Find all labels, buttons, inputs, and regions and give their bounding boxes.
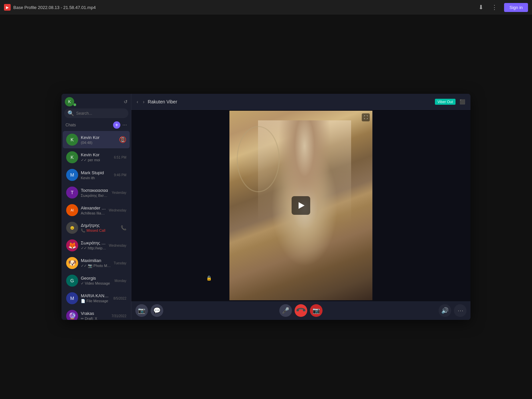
- chat-time: Monday: [114, 279, 126, 283]
- avatar[interactable]: K: [65, 97, 74, 106]
- avatar: 😐: [66, 222, 78, 234]
- menu-button[interactable]: ⋮: [490, 2, 499, 12]
- lock-icon: 🔒: [206, 275, 212, 281]
- chat-time: 9:46 PM: [114, 173, 126, 177]
- chat-name: Georgis: [81, 276, 112, 281]
- top-bar: ▶ Base Profile 2022.08.13 - 21.58.47.01.…: [0, 0, 532, 15]
- list-item[interactable]: 🐶 Maximilian ✓✓ 📷 Photo Message Tuesday: [63, 254, 130, 272]
- chat-preview: Achilleas Iliadis: vm.tiktok.com: [81, 211, 106, 215]
- profile-area: K: [65, 97, 76, 106]
- chat-name: Maximilian: [81, 258, 111, 263]
- chat-info: Τοστακιαασαα Σωκράτης Βισβάρδης: 🖼 Stick…: [81, 188, 109, 198]
- app-icon: ▶: [4, 4, 11, 11]
- list-item[interactable]: M Mark Stupid Kevin ith 9:46 PM: [63, 166, 130, 184]
- sidebar: K ↺ 🔍 Chats + ⋯ K: [62, 94, 131, 320]
- chats-label: Chats + ⋯: [62, 121, 131, 131]
- new-chat-button[interactable]: +: [113, 121, 120, 129]
- chat-meta: Wednesday: [109, 244, 126, 247]
- header-right: Viber Out ⬛: [435, 98, 466, 105]
- list-item[interactable]: K Kevin Kor (04:48) 📵: [63, 131, 130, 148]
- play-triangle-icon: [299, 202, 305, 209]
- back-button[interactable]: ‹: [135, 98, 140, 105]
- list-item[interactable]: 🦊 Σωκράτης Βισβάρ... ✓✓ http://wipet.mal…: [63, 237, 130, 254]
- end-call-icon[interactable]: 📵: [119, 136, 126, 143]
- chat-meta: 9:46 PM: [114, 173, 126, 177]
- chat-name: Σωκράτης Βισβάρ...: [81, 240, 106, 245]
- chat-meta: 7/31/2022: [112, 314, 127, 318]
- avatar: M: [66, 292, 78, 304]
- list-item[interactable]: G Georgis ✓ Video Message Monday: [63, 272, 130, 289]
- list-item[interactable]: 😐 Δημήτρης 📞 Missed Call 📞: [63, 219, 130, 236]
- avatar: K: [66, 134, 78, 146]
- chat-name: Kevin Kor: [81, 135, 116, 140]
- list-item[interactable]: Τ Τοστακιαασαα Σωκράτης Βισβάρδης: 🖼 Sti…: [63, 184, 130, 201]
- main-content: K ↺ 🔍 Chats + ⋯ K: [0, 15, 532, 399]
- chat-preview: Σωκράτης Βισβάρδης: 🖼 Sticker Message: [81, 194, 109, 198]
- chat-meta: 6:51 PM: [114, 156, 126, 159]
- chat-info: Alexander in the town Achilleas Iliadis:…: [81, 205, 106, 215]
- download-button[interactable]: ⬇: [477, 2, 485, 12]
- phone-icon: 📞: [121, 225, 126, 230]
- list-item[interactable]: M MARIA KANTARTZI 📄 File Message 8/5/202…: [63, 290, 130, 307]
- avatar: K: [66, 151, 78, 163]
- chat-info: Kevin Kor ✓✓ per moi: [81, 152, 111, 162]
- chat-name: Vrakas: [81, 311, 109, 316]
- chat-time: 8/5/2022: [113, 297, 126, 300]
- avatar: 🦊: [66, 239, 78, 251]
- viber-out-badge: Viber Out: [435, 99, 456, 105]
- ctrl-right: 🔊 ⋯: [439, 304, 466, 317]
- chat-preview: ✏ Draft: X: [81, 317, 109, 320]
- chat-area: ‹ › Rakuten Viber Viber Out ⬛: [131, 94, 470, 320]
- video-button[interactable]: 📷: [310, 304, 323, 317]
- list-item[interactable]: Al Alexander in the town Achilleas Iliad…: [63, 201, 130, 219]
- chat-time: 6:51 PM: [114, 156, 126, 159]
- refresh-button[interactable]: ↺: [124, 99, 128, 104]
- chat-header: ‹ › Rakuten Viber Viber Out ⬛: [131, 94, 470, 110]
- call-controls: 📷 💬 🎤 📞 📷 🔊 ⋯: [131, 301, 470, 320]
- chat-name: Alexander in the town: [81, 205, 106, 210]
- hangup-button[interactable]: 📞: [292, 302, 310, 320]
- expand-button[interactable]: ⛶: [362, 113, 370, 121]
- chat-info: Mark Stupid Kevin ith: [81, 170, 111, 180]
- avatar: Al: [66, 204, 78, 216]
- more-button[interactable]: ⋯: [454, 304, 466, 317]
- chat-time: Yesterday: [112, 191, 126, 195]
- speaker-button[interactable]: 🔊: [439, 304, 451, 317]
- header-title: Rakuten Viber: [148, 99, 177, 104]
- avatar: 🐶: [66, 257, 78, 269]
- list-item[interactable]: 🔮 Vrakas ✏ Draft: X 7/31/2022: [63, 307, 130, 320]
- chat-meta: Monday: [114, 279, 126, 283]
- chat-preview: ✓✓ 📷 Photo Message: [81, 264, 111, 268]
- more-options-icon[interactable]: ⋯: [122, 122, 127, 128]
- sign-in-button[interactable]: Sign in: [504, 3, 528, 12]
- search-bar[interactable]: 🔍: [64, 108, 128, 118]
- mic-button[interactable]: 🎤: [279, 304, 292, 317]
- top-bar-title: Base Profile 2022.08.13 - 21.58.47.01.mp…: [13, 5, 96, 10]
- chat-meta: Tuesday: [114, 261, 126, 265]
- chat-info: Maximilian ✓✓ 📷 Photo Message: [81, 258, 111, 268]
- search-input[interactable]: [76, 111, 126, 116]
- top-bar-right: ⬇ ⋮ Sign in: [477, 2, 528, 12]
- avatar: 🔮: [66, 310, 78, 320]
- forward-button[interactable]: ›: [142, 98, 146, 105]
- chat-info: Kevin Kor (04:48): [81, 135, 116, 145]
- chat-meta: 8/5/2022: [113, 297, 126, 300]
- camera-button[interactable]: 📷: [135, 304, 148, 317]
- chat-name: Kevin Kor: [81, 152, 111, 157]
- list-item[interactable]: K Kevin Kor ✓✓ per moi 6:51 PM: [63, 149, 130, 166]
- sidebar-header: K ↺: [62, 94, 131, 108]
- status-dot: [73, 103, 76, 106]
- chat-preview: ✓✓ http://wipet.malwarewatch.org/: [81, 246, 106, 250]
- avatar: G: [66, 275, 78, 287]
- lock-icon-area: 🔒: [206, 275, 212, 281]
- chat-time: Tuesday: [114, 261, 126, 265]
- avatar: M: [66, 169, 78, 181]
- chat-info: Δημήτρης 📞 Missed Call: [81, 223, 118, 233]
- chat-preview: Kevin ith: [81, 176, 111, 180]
- play-button[interactable]: [292, 196, 310, 215]
- chat-meta: Yesterday: [112, 191, 126, 195]
- chat-info: Σωκράτης Βισβάρ... ✓✓ http://wipet.malwa…: [81, 240, 106, 250]
- chat-button[interactable]: 💬: [151, 304, 163, 317]
- app-window: K ↺ 🔍 Chats + ⋯ K: [62, 94, 470, 320]
- external-link-button[interactable]: ⬛: [458, 98, 466, 105]
